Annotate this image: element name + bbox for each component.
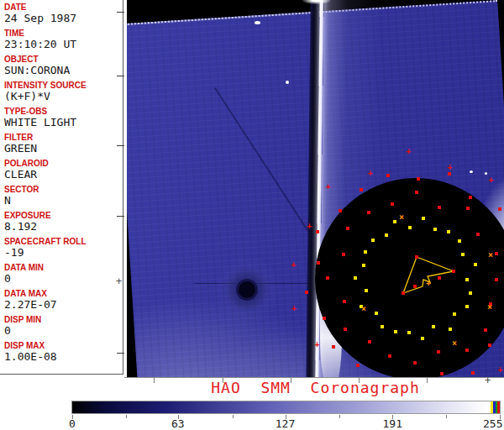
field-value: SUN:CORONA	[4, 65, 123, 76]
fiducial-dot	[346, 227, 349, 230]
fiducial-dot	[323, 317, 326, 320]
field-value: 24 Sep 1987	[4, 13, 123, 24]
dust-artifact-spot	[236, 279, 258, 301]
fiducial-dot	[461, 253, 465, 256]
fiducial-dot	[316, 230, 319, 233]
fiducial-dot	[422, 217, 425, 220]
metadata-field: DATE24 Sep 1987	[4, 3, 123, 24]
bottom-axis-plus-marker: +	[485, 375, 491, 385]
fiducial-dot	[433, 228, 437, 231]
fiducial-dot	[344, 328, 347, 331]
fiducial-dot	[385, 233, 388, 237]
fiducial-dot	[440, 372, 444, 375]
fiducial-x-marker: ×	[361, 305, 366, 313]
fiducial-plus-marker: +	[407, 147, 412, 155]
bottom-axis-tick	[291, 378, 291, 383]
fiducial-dot	[407, 331, 411, 334]
fiducial-dot	[326, 276, 329, 280]
metadata-field: TIME23:10:20 UT	[4, 29, 123, 50]
fiducial-x-marker: ×	[452, 339, 457, 348]
star-speck	[485, 172, 487, 175]
fiducial-plus-marker: +	[315, 340, 320, 349]
occulting-disk	[315, 178, 504, 377]
fiducial-x-marker: ×	[488, 251, 493, 260]
metadata-field: INTENSITY SOURCE(K+F)*V	[4, 81, 123, 102]
fiducial-plus-marker: +	[497, 365, 502, 374]
smm-coronagraph-viewer: { "window": {"width": 600, "height": 512…	[0, 0, 504, 430]
left-axis-plus-marker: +	[116, 276, 122, 286]
field-value: 23:10:20 UT	[4, 39, 123, 50]
star-speck	[286, 81, 289, 84]
metadata-field: POLAROIDCLEAR	[4, 159, 123, 181]
fiducial-dot	[402, 291, 405, 295]
colorbar-tick-label: 63	[171, 417, 185, 430]
fiducial-dot	[458, 239, 461, 243]
fiducial-dot	[465, 278, 469, 281]
fiducial-dot	[375, 312, 378, 315]
left-axis-tick	[117, 353, 124, 354]
fiducial-dot	[354, 276, 357, 280]
field-value: N	[4, 195, 123, 207]
fiducial-dot	[469, 291, 472, 295]
fiducial-dot	[342, 253, 345, 256]
bottom-axis-line	[124, 377, 504, 378]
fiducial-plus-marker: +	[426, 279, 431, 287]
fiducial-dot	[317, 261, 320, 265]
field-value: 8.192	[4, 221, 123, 233]
fiducial-dot	[488, 343, 491, 347]
left-axis-tick	[117, 12, 124, 13]
fiducial-plus-marker: +	[291, 260, 296, 269]
fiducial-plus-marker: +	[489, 176, 494, 184]
fiducial-dot	[408, 226, 412, 229]
fiducial-dot	[437, 350, 440, 354]
fiducial-plus-marker: +	[307, 222, 312, 230]
metadata-field: DATA MAX2.27E-07	[4, 289, 123, 311]
colorbar-end-stripe	[497, 401, 500, 413]
fiducial-dot	[415, 191, 418, 194]
colorbar-minor-tick	[233, 415, 234, 418]
bottom-axis-tick	[359, 378, 360, 383]
fiducial-dot	[474, 263, 477, 266]
fiducial-dot	[339, 209, 342, 212]
field-value: (K+F)*V	[4, 91, 123, 102]
bottom-axis-tick	[223, 378, 223, 383]
plot-title: HAO SMM Coronagraph	[127, 379, 504, 396]
fiducial-dot	[453, 312, 456, 316]
fiducial-plus-marker: +	[448, 163, 453, 171]
intensity-colorbar	[71, 401, 501, 414]
colorbar-tick-label: 0	[69, 417, 76, 430]
fiducial-dot	[438, 276, 441, 280]
fiducial-dot	[476, 233, 480, 236]
fiducial-x-marker: ×	[399, 213, 404, 222]
fiducial-dot	[356, 364, 360, 367]
fiducial-plus-marker: +	[326, 182, 331, 191]
pylon-top-glare	[302, 0, 331, 4]
colorbar-gradient	[72, 401, 500, 413]
fiducial-dot	[495, 252, 498, 255]
fiducial-dot	[413, 285, 417, 288]
fiducial-dot	[367, 211, 370, 214]
fiducial-dot	[368, 340, 371, 343]
fiducial-dot	[452, 270, 455, 273]
fiducial-dot	[449, 328, 452, 331]
fiducial-dot	[343, 300, 346, 303]
field-value: 0	[4, 273, 123, 285]
fiducial-dot	[391, 202, 394, 206]
field-label: SECTOR	[4, 185, 123, 195]
metadata-field: DATA MIN0	[4, 263, 123, 285]
fiducial-dot	[466, 207, 470, 210]
fiducial-dot	[371, 239, 375, 242]
field-value: GREEN	[4, 143, 123, 155]
fiducial-dot	[413, 361, 417, 364]
bottom-axis-tick	[154, 378, 155, 383]
metadata-field: SPACECRAFT ROLL-19	[4, 237, 123, 259]
fiducial-dot	[332, 345, 335, 349]
field-value: -19	[4, 247, 123, 259]
coronagraph-image: ++++++++++×××××+	[127, 0, 504, 377]
fiducial-dot	[484, 328, 487, 332]
fiducial-dot	[448, 172, 451, 176]
field-value: CLEAR	[4, 169, 123, 181]
fiducial-dot	[432, 325, 435, 328]
field-value: 2.27E-07	[4, 299, 123, 311]
left-axis-tick	[117, 145, 124, 146]
